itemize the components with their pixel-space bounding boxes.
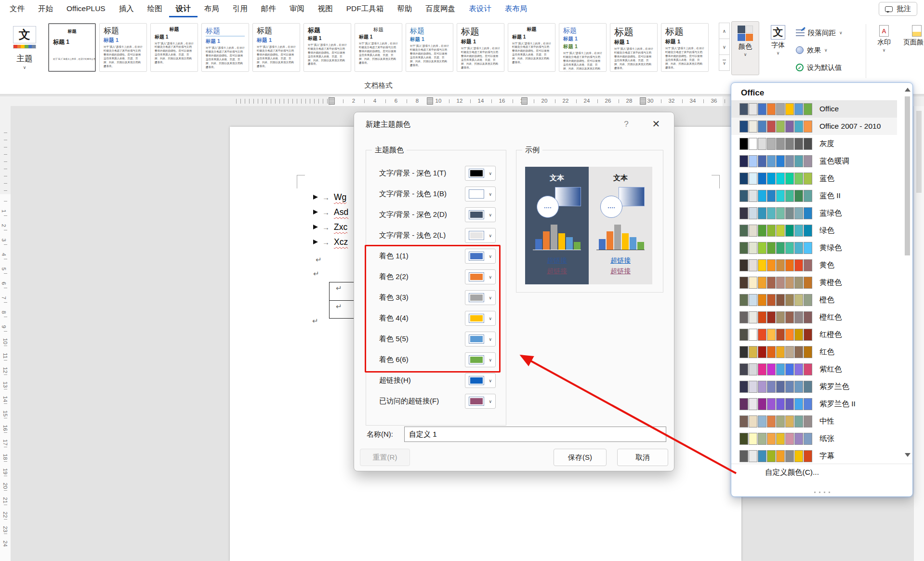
theme-item[interactable]: Office — [731, 100, 897, 118]
theme-item[interactable]: 绿色 — [731, 222, 897, 239]
scroll-up-icon[interactable] — [905, 88, 911, 92]
color-dropdown[interactable]: ∨ — [465, 166, 496, 181]
color-dropdown[interactable]: ∨ — [465, 373, 496, 388]
list-item[interactable]: →Asd — [313, 206, 348, 218]
ruler-number: 8 — [416, 98, 419, 104]
menu-tab[interactable]: 绘图 — [141, 0, 169, 17]
theme-item[interactable]: 黄橙色 — [731, 274, 897, 291]
style-card[interactable]: 标题标题 1对于“插入”选项卡上的库，在设计时都充分考虑了其中的项与文档整体外观… — [252, 23, 300, 72]
table-column-marker-icon[interactable] — [640, 97, 646, 105]
page-color-button[interactable]: 页面颜色 — [902, 21, 924, 75]
style-card[interactable]: 标题标题 1对于“插入”选项卡上的库，在设计时都充分考虑了其中的项与文档整体外观… — [508, 23, 555, 72]
chevron-down-icon: ∨ — [488, 171, 492, 176]
style-card[interactable]: 标题标题 1对于“插入”选项卡上的库，在设计时都充分考虑了其中的项与文档整体外观… — [99, 23, 147, 72]
theme-name: 中性 — [819, 416, 834, 427]
help-button[interactable]: ? — [618, 117, 634, 132]
watermark-button[interactable]: A 水印 ∨ — [870, 21, 898, 75]
theme-item[interactable]: 蓝色 — [731, 170, 897, 187]
menu-tab[interactable]: 布局 — [198, 0, 226, 17]
theme-item[interactable]: 黄绿色 — [731, 239, 897, 256]
comments-button[interactable]: 批注 — [879, 2, 917, 16]
theme-item[interactable]: 蓝色 II — [731, 187, 897, 204]
menu-tab[interactable]: OfficePLUS — [60, 0, 112, 17]
theme-item[interactable]: 橙红色 — [731, 308, 897, 326]
paragraph-spacing-button[interactable]: 段落间距 ∨ — [796, 26, 843, 40]
resize-grip[interactable] — [731, 492, 912, 493]
reset-button[interactable]: 重置(R) — [360, 449, 410, 466]
menu-tab[interactable]: 审阅 — [283, 0, 311, 17]
theme-name: 红色 — [819, 347, 834, 357]
scroll-down-icon[interactable] — [905, 453, 911, 457]
theme-item[interactable]: 红橙色 — [731, 326, 897, 343]
name-input[interactable] — [404, 427, 666, 442]
custom-colors-item[interactable]: 自定义颜色(C)... — [731, 465, 912, 480]
scrollbar-thumb[interactable] — [916, 111, 922, 193]
menu-tab[interactable]: 引用 — [226, 0, 254, 17]
swatch — [749, 398, 757, 410]
theme-item[interactable]: 灰度 — [731, 135, 897, 152]
theme-item[interactable]: 红色 — [731, 343, 897, 361]
close-button[interactable]: ✕ — [645, 116, 667, 132]
style-card[interactable]: 标题标题 1对于“插入”选项卡上的库，在设计时都充分考虑了其中的项与文档整体外观… — [304, 23, 351, 72]
list-item[interactable]: →Xcz — [313, 236, 348, 248]
color-dropdown[interactable]: ∨ — [465, 207, 496, 222]
theme-item[interactable]: 中性 — [731, 413, 897, 430]
vertical-ruler[interactable]: 123456789101112131415161718192021222324 — [0, 106, 11, 561]
menu-tab[interactable]: 邮件 — [254, 0, 283, 17]
menu-tab[interactable]: 帮助 — [390, 0, 419, 17]
color-dropdown[interactable]: ∨ — [465, 228, 496, 243]
style-card[interactable]: 标题标题 1对于“插入”选项卡上的库，在设计时都充分考虑了其中的项与文档整体外观… — [48, 23, 96, 72]
cancel-button[interactable]: 取消 — [617, 449, 668, 466]
document-scrollbar[interactable] — [913, 96, 924, 561]
style-card[interactable]: 标题标题 1标题 1对于“插入”选项卡上的库，在设计时都充分考虑了其中的项与文档… — [559, 23, 607, 72]
style-card[interactable]: 标题标题 1对于“插入”选项卡上的库，在设计时都充分考虑了其中的项与文档整体外观… — [201, 23, 249, 72]
menu-tab[interactable]: PDF工具箱 — [340, 0, 391, 17]
list-item[interactable]: →Zxc — [313, 221, 347, 233]
menu-tab[interactable]: 设计 — [169, 0, 198, 17]
menu-tab[interactable]: 插入 — [112, 0, 141, 17]
swatch — [767, 363, 776, 375]
theme-item[interactable]: 紫罗兰色 — [731, 378, 897, 395]
theme-item[interactable]: 黄色 — [731, 256, 897, 274]
colors-button[interactable]: 颜色 ∨ — [731, 21, 759, 75]
style-card[interactable]: 标题标题 1对于“插入”选项卡上的库，在设计时都充分考虑了其中的项与文档整体外观… — [150, 23, 198, 72]
color-dropdown[interactable]: ∨ — [465, 394, 496, 409]
name-label: 名称(N): — [367, 430, 393, 439]
menu-tab[interactable]: 表布局 — [498, 0, 534, 17]
theme-item[interactable]: 紫红色 — [731, 361, 897, 378]
set-default-button[interactable]: ✓ 设为默认值 — [796, 61, 842, 74]
theme-item[interactable]: Office 2007 - 2010 — [731, 118, 897, 135]
theme-item[interactable]: 橙色 — [731, 291, 897, 308]
effects-button[interactable]: 效果 ∨ — [796, 43, 828, 57]
color-dropdown[interactable]: ∨ — [465, 187, 496, 201]
style-card[interactable]: 标题标题 1对于“插入”选项卡上的库，在设计时都充分考虑了其中的项与文档整体外观… — [610, 23, 658, 72]
menu-tab[interactable]: 开始 — [31, 0, 60, 17]
gallery-more-button[interactable]: ∨ — [719, 54, 730, 71]
swatch — [767, 103, 776, 115]
table-column-marker-icon[interactable] — [329, 97, 335, 105]
fonts-button[interactable]: 文 字体 ∨ — [764, 21, 792, 75]
style-card[interactable]: 标题标题 1对于“插入”选项卡上的库，在设计时都充分考虑了其中的项与文档整体外观… — [406, 23, 453, 72]
theme-item[interactable]: 纸张 — [731, 430, 897, 447]
table-column-marker-icon[interactable] — [521, 97, 528, 105]
menu-tab[interactable]: 百度网盘 — [419, 0, 462, 17]
theme-swatch-strip — [739, 103, 812, 115]
style-card[interactable]: 标题标题 1对于“插入”选项卡上的库，在设计时都充分考虑了其中的项与文档整体外观… — [661, 23, 709, 72]
menu-tab[interactable]: 表设计 — [462, 0, 498, 17]
menu-tab[interactable]: 文件 — [3, 0, 31, 17]
style-card[interactable]: 标题标题 1对于“插入”选项卡上的库，在设计时都充分考虑了其中的项与文档整体外观… — [457, 23, 504, 72]
style-card[interactable]: 标题标题 1对于“插入”选项卡上的库，在设计时都充分考虑了其中的项与文档整体外观… — [355, 23, 402, 72]
table-column-marker-icon[interactable] — [427, 97, 433, 105]
sample-bar — [637, 242, 644, 250]
theme-item[interactable]: 紫罗兰色 II — [731, 395, 897, 413]
gallery-scroll-up-button[interactable]: ∧ — [719, 23, 730, 39]
themes-button[interactable]: 文 主题 ∨ — [7, 22, 42, 89]
scrollbar-thumb[interactable] — [905, 96, 910, 255]
theme-item[interactable]: 蓝绿色 — [731, 204, 897, 222]
list-item[interactable]: →Wg — [313, 191, 346, 203]
save-button[interactable]: 保存(S) — [554, 449, 607, 466]
theme-item[interactable]: 蓝色暖调 — [731, 152, 897, 170]
gallery-scroll-down-button[interactable]: ∨ — [719, 39, 730, 55]
theme-item[interactable]: 字幕 — [731, 447, 897, 465]
menu-tab[interactable]: 视图 — [311, 0, 340, 17]
